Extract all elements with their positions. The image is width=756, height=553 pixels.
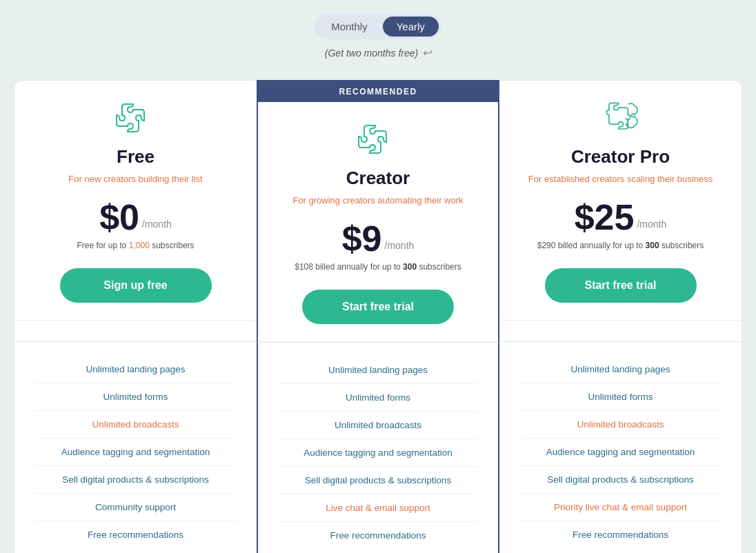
monthly-toggle-btn[interactable]: Monthly [317,17,381,37]
feature-item: Audience tagging and segmentation [35,439,236,466]
plan-billing-creator: $108 billed annually for up to 300 subsc… [279,262,477,274]
feature-item: Sell digital products & subscriptions [35,466,236,494]
price-period-creator-pro: /month [637,219,666,230]
feature-item: Unlimited forms [35,383,236,411]
feature-item: Unlimited landing pages [279,356,477,384]
plan-card-top-creator: RECOMMENDED Creator For growing creators… [257,80,499,342]
plan-price-free: $0 /month [35,199,236,235]
plan-card-bottom-creator: Unlimited landing pagesUnlimited formsUn… [257,342,499,553]
plan-features-creator-pro: Unlimited landing pagesUnlimited formsUn… [499,342,742,553]
arrow-icon: ↩ [422,46,431,59]
plan-features-free: Unlimited landing pagesUnlimited formsUn… [14,342,257,553]
plan-icon-free [115,101,157,136]
plan-price-creator: $9 /month [279,221,477,257]
plan-billing-free: Free for up to 1,000 subscribers [35,241,236,253]
price-amount-free: $0 [99,199,139,235]
plan-description-creator: For growing creators automating their wo… [279,194,477,207]
plan-header-creator: Creator For growing creators automating … [258,102,498,342]
cta-button-creator[interactable]: Start free trial [302,290,454,324]
plan-header-free: Free For new creators building their lis… [14,81,257,321]
plan-name-free: Free [35,146,236,168]
feature-item: Unlimited landing pages [35,356,236,383]
recommended-badge: RECOMMENDED [258,81,498,102]
plan-card-top-free: Free For new creators building their lis… [14,80,257,342]
billing-toggle[interactable]: Monthly Yearly [315,14,441,39]
feature-item: Sell digital products & subscriptions [279,467,477,494]
yearly-toggle-btn[interactable]: Yearly [383,17,439,37]
feature-item: Sell digital products & subscriptions [520,466,721,494]
feature-item: Priority live chat & email support [520,494,721,521]
plan-billing-creator-pro: $290 billed annually for up to 300 subsc… [520,241,721,253]
feature-item: Live chat & email support [279,494,477,522]
feature-item: Audience tagging and segmentation [279,439,477,467]
feature-item: Unlimited broadcasts [520,411,721,439]
plan-icon-creator-pro [600,101,641,136]
feature-item: Free recommendations [520,521,721,548]
plan-description-free: For new creators building their list [35,173,236,185]
feature-item: Unlimited forms [279,384,477,412]
feature-item: Unlimited landing pages [520,356,721,383]
feature-item: Free recommendations [35,521,236,548]
plan-price-creator-pro: $25 /month [520,199,721,235]
plan-icon-creator [357,123,399,157]
plan-card-top-creator-pro: Creator Pro For established creators sca… [499,80,742,342]
plan-name-creator-pro: Creator Pro [520,146,721,168]
plan-description-creator-pro: For established creators scaling their b… [520,173,721,185]
cta-button-free[interactable]: Sign up free [60,268,212,303]
feature-item: Unlimited broadcasts [35,411,236,439]
plan-features-creator: Unlimited landing pagesUnlimited formsUn… [258,343,498,553]
price-amount-creator-pro: $25 [575,199,635,235]
cta-button-creator-pro[interactable]: Start free trial [545,268,697,303]
price-period-creator: /month [385,240,415,251]
feature-item: Free recommendations [279,522,477,549]
feature-item: Community support [35,494,236,521]
price-period-free: /month [142,219,172,230]
feature-item: Unlimited forms [520,383,721,411]
plan-header-creator-pro: Creator Pro For established creators sca… [499,81,742,321]
promo-text: (Get two months free) ↩ [325,46,431,59]
price-amount-creator: $9 [342,221,382,257]
plan-card-bottom-free: Unlimited landing pagesUnlimited formsUn… [14,342,257,553]
feature-item: Audience tagging and segmentation [520,439,721,466]
feature-item: Unlimited broadcasts [279,412,477,439]
plan-card-bottom-creator-pro: Unlimited landing pagesUnlimited formsUn… [499,342,742,553]
plan-name-creator: Creator [279,168,477,189]
billing-toggle-section: Monthly Yearly (Get two months free) ↩ [14,14,742,59]
